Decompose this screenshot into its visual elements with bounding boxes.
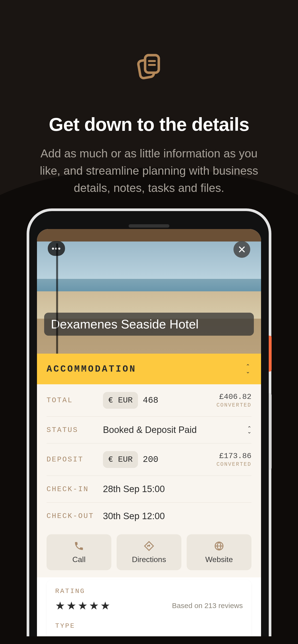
call-button[interactable]: Call	[47, 534, 111, 570]
status-row[interactable]: STATUS Booked & Deposit Paid ⌃⌄	[47, 417, 251, 444]
directions-button[interactable]: Directions	[117, 534, 181, 570]
promo-section: Get down to the details Add as much or a…	[0, 0, 298, 197]
app-screen: ••• Dexamenes Seaside Hotel ACCOMMODATIO…	[37, 229, 261, 636]
hero-image: ••• Dexamenes Seaside Hotel	[37, 229, 261, 354]
checkin-value: 28th Sep 15:00	[103, 484, 251, 494]
globe-icon	[214, 541, 224, 552]
checkout-row[interactable]: CHECK-OUT 30th Sep 12:00	[47, 503, 251, 530]
type-label: TYPE	[55, 622, 243, 630]
phone-volume-button	[269, 393, 272, 470]
phone-speaker	[129, 224, 169, 228]
phone-frame: ••• Dexamenes Seaside Hotel ACCOMMODATIO…	[27, 208, 271, 636]
more-button[interactable]: •••	[48, 241, 65, 256]
checkin-row[interactable]: CHECK-IN 28th Sep 15:00	[47, 476, 251, 503]
fields-section: TOTAL € EUR 468 £406.82 CONVERTED STATUS…	[37, 384, 261, 530]
review-count: Based on 213 reviews	[172, 602, 243, 610]
rating-stars: ★★★★★	[55, 599, 112, 612]
checkin-label: CHECK-IN	[47, 485, 103, 493]
status-label: STATUS	[47, 426, 103, 434]
chevron-updown-icon: ⌃⌄	[244, 365, 251, 373]
chevron-updown-icon: ⌃⌄	[247, 427, 251, 434]
total-label: TOTAL	[47, 396, 103, 404]
total-converted: £406.82 CONVERTED	[216, 392, 251, 408]
rating-label: RATING	[55, 588, 243, 595]
phone-icon	[74, 541, 84, 552]
rating-card: RATING ★★★★★ Based on 213 reviews TYPE	[47, 580, 251, 636]
category-bar[interactable]: ACCOMMODATION ⌃⌄	[37, 354, 261, 384]
promo-title: Get down to the details	[0, 114, 298, 135]
notes-icon	[133, 50, 165, 82]
close-button[interactable]	[233, 241, 250, 258]
promo-subtitle: Add as much or as little information as …	[29, 145, 269, 197]
hotel-name[interactable]: Dexamenes Seaside Hotel	[44, 313, 254, 336]
status-value: Booked & Deposit Paid	[103, 425, 251, 435]
deposit-amount[interactable]: 200	[143, 455, 158, 464]
checkout-label: CHECK-OUT	[47, 512, 103, 520]
currency-chip[interactable]: € EUR	[103, 451, 138, 468]
deposit-label: DEPOSIT	[47, 456, 103, 464]
total-row: TOTAL € EUR 468 £406.82 CONVERTED	[47, 384, 251, 417]
deposit-converted: £173.86 CONVERTED	[216, 452, 251, 468]
deposit-row: DEPOSIT € EUR 200 £173.86 CONVERTED	[47, 444, 251, 476]
currency-chip[interactable]: € EUR	[103, 392, 138, 409]
directions-icon	[144, 541, 154, 552]
website-button[interactable]: Website	[187, 534, 251, 570]
checkout-value: 30th Sep 12:00	[103, 511, 251, 521]
total-amount[interactable]: 468	[143, 396, 158, 406]
phone-power-button	[269, 336, 272, 372]
action-buttons: Call Directions Website	[37, 530, 261, 578]
category-label: ACCOMMODATION	[47, 364, 136, 374]
